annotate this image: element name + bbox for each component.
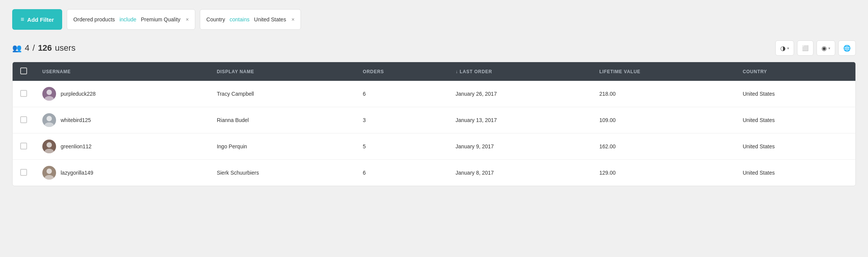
- filter-chip-country[interactable]: Country contains United States ×: [200, 9, 301, 30]
- row-lifetime-value: 218.00: [592, 81, 735, 107]
- table-row: whitebird125 Rianna Budel 3 January 13, …: [13, 107, 855, 133]
- page: ≡ Add Filter Ordered products include Pr…: [0, 0, 868, 257]
- filter-close-1[interactable]: ×: [186, 17, 189, 22]
- summary-row: 👥 4 / 126 users ◑ ▾ ⬜ ◉ ▾ 🌐: [12, 40, 856, 56]
- avatar: [42, 87, 56, 101]
- segment-icon: ◑: [780, 45, 786, 52]
- add-filter-label: Add Filter: [27, 16, 54, 23]
- row-country: United States: [735, 107, 855, 133]
- filter-prefix-1: Ordered products: [73, 16, 115, 22]
- row-last-order: January 26, 2017: [448, 81, 592, 107]
- chevron-down-icon-2: ▾: [828, 46, 830, 50]
- row-display-name: Rianna Budel: [209, 107, 355, 133]
- globe-button[interactable]: 🌐: [838, 40, 856, 56]
- col-last-order[interactable]: ↓ LAST ORDER: [448, 62, 592, 81]
- export-icon: ⬜: [802, 45, 809, 51]
- row-orders: 5: [355, 133, 448, 160]
- col-username: USERNAME: [35, 62, 209, 81]
- row-display-name: Tracy Campbell: [209, 81, 355, 107]
- table-row: purpleduck228 Tracy Campbell 6 January 2…: [13, 81, 855, 107]
- eye-icon: ◉: [821, 45, 827, 52]
- total-count: 126: [38, 43, 52, 53]
- username: purpleduck228: [61, 91, 96, 97]
- row-display-name: Sierk Schuurbiers: [209, 160, 355, 186]
- filter-operator-2: contains: [230, 16, 249, 22]
- svg-point-5: [45, 149, 54, 153]
- row-checkbox[interactable]: [20, 90, 27, 97]
- view-button[interactable]: ◉ ▾: [817, 40, 835, 56]
- users-label: users: [55, 43, 76, 53]
- filter-suffix-1: Premium Quality: [141, 16, 180, 22]
- svg-point-3: [45, 122, 54, 127]
- filter-icon: ≡: [21, 16, 24, 23]
- avatar: [42, 113, 56, 127]
- row-username-cell: whitebird125: [35, 107, 209, 133]
- svg-point-1: [45, 96, 54, 101]
- username: whitebird125: [61, 117, 91, 123]
- row-username-cell: lazygorilla149: [35, 160, 209, 186]
- row-username-cell: purpleduck228: [35, 81, 209, 107]
- avatar: [42, 140, 56, 153]
- svg-point-7: [45, 175, 54, 180]
- row-username-cell: greenlion112: [35, 133, 209, 160]
- users-icon: 👥: [12, 43, 22, 53]
- chevron-down-icon: ▾: [787, 46, 789, 50]
- row-lifetime-value: 129.00: [592, 160, 735, 186]
- row-last-order: January 8, 2017: [448, 160, 592, 186]
- row-checkbox[interactable]: [20, 143, 27, 149]
- users-table: USERNAME DISPLAY NAME ORDERS ↓ LAST ORDE…: [12, 62, 856, 186]
- col-display-name: DISPLAY NAME: [209, 62, 355, 81]
- row-orders: 6: [355, 81, 448, 107]
- row-display-name: Ingo Perquin: [209, 133, 355, 160]
- row-checkbox[interactable]: [20, 169, 27, 176]
- row-lifetime-value: 109.00: [592, 107, 735, 133]
- avatar: [42, 166, 56, 180]
- svg-point-4: [47, 142, 52, 148]
- col-checkbox: [13, 62, 35, 81]
- globe-icon: 🌐: [843, 45, 851, 52]
- action-buttons: ◑ ▾ ⬜ ◉ ▾ 🌐: [775, 40, 856, 56]
- toolbar: ≡ Add Filter Ordered products include Pr…: [12, 9, 856, 30]
- filter-close-2[interactable]: ×: [291, 17, 294, 22]
- table-row: lazygorilla149 Sierk Schuurbiers 6 Janua…: [13, 160, 855, 186]
- col-country: COUNTRY: [735, 62, 855, 81]
- row-orders: 3: [355, 107, 448, 133]
- export-button[interactable]: ⬜: [797, 40, 813, 56]
- svg-point-2: [47, 116, 52, 121]
- separator: /: [32, 43, 35, 53]
- row-country: United States: [735, 133, 855, 160]
- row-country: United States: [735, 81, 855, 107]
- filter-suffix-2: United States: [254, 16, 286, 22]
- row-checkbox-cell: [13, 81, 35, 107]
- table-header-row: USERNAME DISPLAY NAME ORDERS ↓ LAST ORDE…: [13, 62, 855, 81]
- row-orders: 6: [355, 160, 448, 186]
- filter-chip-products[interactable]: Ordered products include Premium Quality…: [67, 9, 195, 30]
- segment-button[interactable]: ◑ ▾: [775, 40, 794, 56]
- svg-point-0: [47, 90, 52, 95]
- row-last-order: January 9, 2017: [448, 133, 592, 160]
- col-orders: ORDERS: [355, 62, 448, 81]
- user-count: 👥 4 / 126 users: [12, 43, 76, 53]
- row-last-order: January 13, 2017: [448, 107, 592, 133]
- username: greenlion112: [61, 143, 92, 149]
- row-lifetime-value: 162.00: [592, 133, 735, 160]
- username: lazygorilla149: [61, 170, 93, 176]
- header-checkbox[interactable]: [20, 67, 27, 74]
- col-lifetime-value: LIFETIME VALUE: [592, 62, 735, 81]
- row-checkbox-cell: [13, 133, 35, 160]
- filter-prefix-2: Country: [206, 16, 225, 22]
- add-filter-button[interactable]: ≡ Add Filter: [12, 9, 62, 30]
- row-checkbox-cell: [13, 160, 35, 186]
- row-checkbox-cell: [13, 107, 35, 133]
- svg-point-6: [47, 169, 52, 174]
- row-country: United States: [735, 160, 855, 186]
- row-checkbox[interactable]: [20, 116, 27, 123]
- filtered-count: 4: [25, 43, 29, 53]
- filter-operator-1: include: [119, 16, 136, 22]
- table-row: greenlion112 Ingo Perquin 5 January 9, 2…: [13, 133, 855, 160]
